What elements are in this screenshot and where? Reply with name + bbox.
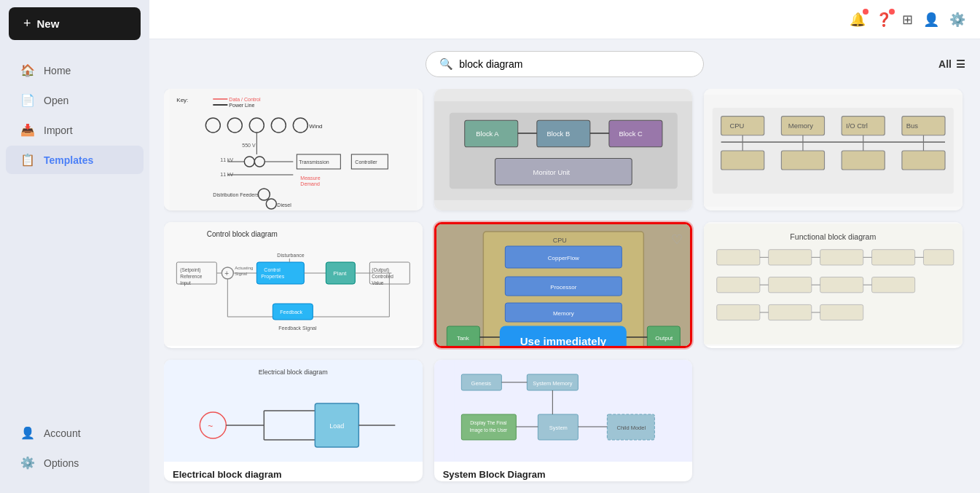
settings-icon[interactable]: ⚙️ xyxy=(949,12,965,28)
svg-text:Block C: Block C xyxy=(619,130,643,138)
svg-text:Load: Load xyxy=(329,422,344,430)
svg-text:System Memory: System Memory xyxy=(533,380,572,387)
card-control-info: Control block diagram xyxy=(164,346,423,348)
options-icon: ⚙️ xyxy=(20,456,35,470)
svg-text:CopperFlow: CopperFlow xyxy=(547,255,579,261)
card-registration-heart-icon[interactable]: ♡ xyxy=(671,232,683,248)
card-functional-info: Functional Block Diagram 👁 562 ♡ 3 ⧉ 70 … xyxy=(704,346,963,348)
svg-text:Memory: Memory xyxy=(788,122,813,130)
open-icon: 📄 xyxy=(20,93,35,107)
svg-text:Value: Value xyxy=(372,280,384,285)
account-icon: 👤 xyxy=(20,426,35,440)
templates-icon: 📋 xyxy=(20,153,35,167)
sidebar-item-options[interactable]: ⚙️ Options xyxy=(6,449,144,477)
svg-text:Data / Control: Data / Control xyxy=(229,97,261,102)
sidebar-item-home-label: Home xyxy=(44,65,71,76)
svg-text:Block B: Block B xyxy=(546,130,570,138)
new-button[interactable]: + New xyxy=(9,7,141,40)
card-monitor-block-diagram[interactable]: Block A Block B Block C Monitor Unit Mon… xyxy=(434,89,693,210)
svg-text:Disturbance: Disturbance xyxy=(277,253,304,258)
sidebar: + New 🏠 Home 📄 Open 📥 Import 📋 Templates… xyxy=(0,0,149,493)
svg-text:Measure: Measure xyxy=(300,175,320,181)
svg-text:Functional block diagram: Functional block diagram xyxy=(791,232,877,241)
svg-rect-135 xyxy=(717,304,760,320)
sidebar-item-account-label: Account xyxy=(44,427,81,439)
card-control-block-diagram[interactable]: Control block diagram (Setpoint) Referen… xyxy=(164,222,423,348)
import-icon: 📥 xyxy=(20,123,35,137)
new-button-label: New xyxy=(37,17,60,30)
svg-rect-121 xyxy=(820,250,863,265)
filter-menu-icon: ☰ xyxy=(956,58,965,70)
svg-text:Output: Output xyxy=(655,335,673,342)
sidebar-item-templates[interactable]: 📋 Templates xyxy=(6,146,144,174)
svg-rect-136 xyxy=(769,304,812,320)
cards-grid: Key: Data / Control Power Line Wind xyxy=(164,89,965,493)
svg-text:Properties: Properties xyxy=(261,274,284,280)
card-registration-block-diagram[interactable]: CPU CopperFlow Processor Memory Multimed… xyxy=(434,222,693,348)
svg-text:Genesis: Genesis xyxy=(471,380,491,387)
use-immediately-button[interactable]: Use immediately xyxy=(500,326,627,349)
svg-text:Block A: Block A xyxy=(476,130,499,138)
home-icon: 🏠 xyxy=(20,63,35,77)
card-control-thumbnail: Control block diagram (Setpoint) Referen… xyxy=(164,222,423,346)
svg-text:Wind: Wind xyxy=(309,123,322,130)
svg-text:Tank: Tank xyxy=(457,335,470,342)
svg-text:(Output): (Output) xyxy=(372,267,389,273)
svg-rect-130 xyxy=(820,277,863,293)
svg-text:550 V: 550 V xyxy=(242,143,256,148)
svg-text:Display The Final: Display The Final xyxy=(470,420,507,426)
svg-rect-129 xyxy=(769,277,812,293)
sidebar-item-options-label: Options xyxy=(44,457,79,469)
svg-text:Feedback: Feedback xyxy=(280,309,302,315)
topbar: 🔔 ❓ ⊞ 👤 ⚙️ xyxy=(149,0,980,39)
svg-rect-53 xyxy=(721,151,764,170)
sidebar-bottom: 👤 Account ⚙️ Options xyxy=(0,410,149,493)
svg-text:Controlled: Controlled xyxy=(372,274,393,279)
svg-text:Reference: Reference xyxy=(180,274,202,279)
search-icon: 🔍 xyxy=(439,58,453,71)
sidebar-item-templates-label: Templates xyxy=(44,154,93,166)
notification-badge xyxy=(863,9,869,15)
card-system-block-diagram[interactable]: Genesis System Memory Display The Final … xyxy=(434,360,693,481)
svg-text:Controller: Controller xyxy=(355,159,377,165)
card-functional-block-diagram[interactable]: Functional block diagram xyxy=(704,222,963,348)
search-box[interactable]: 🔍 xyxy=(426,51,703,77)
svg-text:Feedback Signal: Feedback Signal xyxy=(278,326,317,331)
filter-all-label: All xyxy=(938,58,952,70)
sidebar-item-account[interactable]: 👤 Account xyxy=(6,419,144,447)
svg-text:I/O Ctrl: I/O Ctrl xyxy=(846,122,868,130)
card-electrical-block-diagram[interactable]: Electrical block diagram ~ Load xyxy=(164,360,423,481)
content-area: 🔍 All ☰ Key: Data xyxy=(149,39,980,493)
sidebar-item-import[interactable]: 📥 Import xyxy=(6,116,144,144)
svg-rect-123 xyxy=(924,250,954,265)
svg-rect-56 xyxy=(902,151,945,170)
user-icon[interactable]: 👤 xyxy=(923,12,939,28)
search-input[interactable] xyxy=(459,58,689,70)
help-badge xyxy=(889,9,895,15)
sidebar-item-home[interactable]: 🏠 Home xyxy=(6,56,144,84)
svg-rect-55 xyxy=(842,151,885,170)
svg-text:Child Model: Child Model xyxy=(616,425,646,431)
svg-text:Demand: Demand xyxy=(300,181,320,186)
sidebar-item-open-label: Open xyxy=(44,95,68,106)
apps-icon[interactable]: ⊞ xyxy=(902,12,913,28)
card-electrical-info: Electrical block diagram xyxy=(164,462,423,481)
svg-text:Plant: Plant xyxy=(333,270,347,277)
card-circuit-block-diagram[interactable]: CPU Memory I/O Ctrl Bus xyxy=(704,89,963,210)
svg-rect-131 xyxy=(872,277,915,293)
svg-text:Distribution Feeders: Distribution Feeders xyxy=(213,192,259,197)
svg-text:Bus: Bus xyxy=(906,122,919,130)
sidebar-item-open[interactable]: 📄 Open xyxy=(6,86,144,114)
notifications-icon[interactable]: 🔔 xyxy=(850,12,866,28)
sidebar-nav: 🏠 Home 📄 Open 📥 Import 📋 Templates xyxy=(0,47,149,410)
card-electrical-title: Electrical block diagram xyxy=(173,469,414,480)
card-667-block-diagram[interactable]: Key: Data / Control Power Line Wind xyxy=(164,89,423,210)
svg-text:Diesel: Diesel xyxy=(277,202,291,208)
svg-text:Electrical block diagram: Electrical block diagram xyxy=(259,368,328,376)
main-content: 🔔 ❓ ⊞ 👤 ⚙️ 🔍 All ☰ xyxy=(149,0,980,493)
svg-rect-120 xyxy=(769,250,812,265)
svg-text:Control: Control xyxy=(264,267,281,272)
plus-icon: + xyxy=(23,16,31,31)
help-icon[interactable]: ❓ xyxy=(876,12,892,28)
filter-all[interactable]: All ☰ xyxy=(938,58,965,70)
